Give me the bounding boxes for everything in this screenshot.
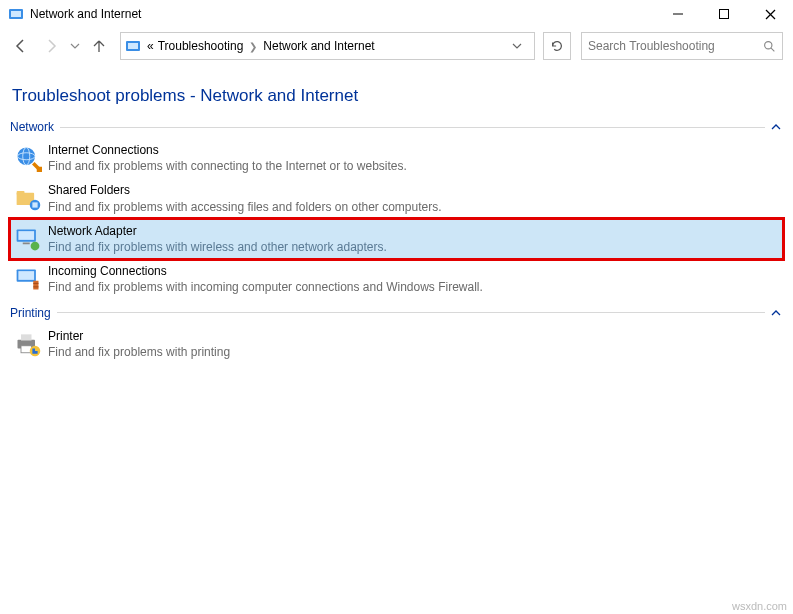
item-desc: Find and fix problems with wireless and … [48, 239, 387, 255]
item-title: Network Adapter [48, 223, 387, 239]
printer-icon [12, 328, 44, 360]
window-controls [655, 0, 793, 28]
app-icon [8, 6, 24, 22]
divider [60, 127, 765, 128]
firewall-icon [12, 263, 44, 295]
maximize-button[interactable] [701, 0, 747, 28]
page-title: Troubleshoot problems - Network and Inte… [12, 86, 783, 106]
svg-rect-14 [17, 191, 25, 195]
address-dropdown-button[interactable] [512, 41, 530, 51]
breadcrumb-prefix: « [145, 39, 156, 53]
svg-rect-7 [128, 43, 138, 49]
svg-rect-16 [32, 203, 37, 208]
collapse-icon[interactable] [771, 122, 783, 132]
window-titlebar: Network and Internet [0, 0, 793, 28]
forward-button[interactable] [38, 33, 64, 59]
troubleshooter-network-adapter[interactable]: Network Adapter Find and fix problems wi… [10, 219, 783, 259]
item-title: Internet Connections [48, 142, 407, 158]
section-label: Printing [10, 306, 51, 320]
back-button[interactable] [8, 33, 34, 59]
breadcrumb-item[interactable]: Troubleshooting [156, 39, 246, 53]
section-label: Network [10, 120, 54, 134]
minimize-button[interactable] [655, 0, 701, 28]
section-header-network[interactable]: Network [10, 120, 783, 134]
svg-rect-22 [18, 271, 34, 280]
svg-point-8 [765, 41, 772, 48]
svg-rect-19 [23, 242, 30, 244]
search-box[interactable]: Search Troubleshooting [581, 32, 783, 60]
item-desc: Find and fix problems with printing [48, 344, 230, 360]
divider [57, 312, 765, 313]
collapse-icon[interactable] [771, 308, 783, 318]
svg-point-10 [18, 148, 36, 166]
location-icon [125, 38, 141, 54]
svg-rect-26 [21, 334, 32, 340]
content-area: Troubleshoot problems - Network and Inte… [0, 64, 793, 364]
item-title: Incoming Connections [48, 263, 483, 279]
svg-point-20 [31, 241, 40, 250]
watermark: wsxdn.com [732, 600, 787, 612]
up-button[interactable] [86, 33, 112, 59]
address-bar[interactable]: « Troubleshooting ❯ Network and Internet [120, 32, 535, 60]
nav-bar: « Troubleshooting ❯ Network and Internet… [0, 28, 793, 64]
monitor-network-icon [12, 223, 44, 255]
troubleshooter-internet-connections[interactable]: Internet Connections Find and fix proble… [10, 138, 783, 178]
refresh-button[interactable] [543, 32, 571, 60]
section-header-printing[interactable]: Printing [10, 306, 783, 320]
troubleshooter-printer[interactable]: Printer Find and fix problems with print… [10, 324, 783, 364]
globe-icon [12, 142, 44, 174]
breadcrumb-item[interactable]: Network and Internet [261, 39, 376, 53]
item-title: Printer [48, 328, 230, 344]
svg-rect-1 [11, 11, 21, 17]
svg-rect-18 [18, 231, 34, 240]
troubleshooter-incoming-connections[interactable]: Incoming Connections Find and fix proble… [10, 259, 783, 299]
item-desc: Find and fix problems with connecting to… [48, 158, 407, 174]
window-title: Network and Internet [30, 7, 141, 21]
item-title: Shared Folders [48, 182, 442, 198]
svg-line-9 [771, 48, 774, 51]
search-placeholder: Search Troubleshooting [588, 39, 763, 53]
item-desc: Find and fix problems with incoming comp… [48, 279, 483, 295]
folder-network-icon [12, 182, 44, 214]
search-icon [763, 40, 776, 53]
item-desc: Find and fix problems with accessing fil… [48, 199, 442, 215]
chevron-right-icon: ❯ [245, 41, 261, 52]
troubleshooter-shared-folders[interactable]: Shared Folders Find and fix problems wit… [10, 178, 783, 218]
close-button[interactable] [747, 0, 793, 28]
svg-rect-3 [720, 10, 729, 19]
recent-locations-button[interactable] [68, 33, 82, 59]
